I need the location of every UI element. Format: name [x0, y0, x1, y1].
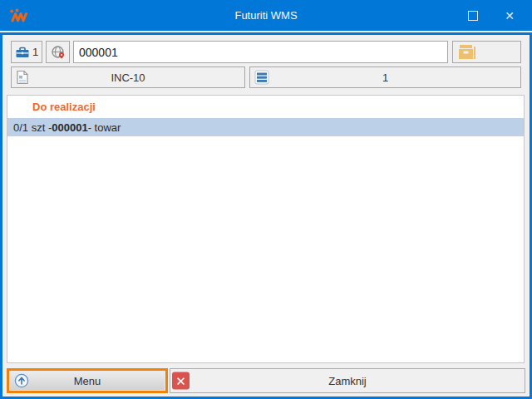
archive-button[interactable]	[452, 41, 521, 63]
zamknij-button-label: Zamknij	[328, 375, 367, 387]
close-window-button[interactable]: ✕	[492, 0, 527, 31]
scan-input[interactable]	[73, 41, 448, 63]
item-quantity: 0/1 szt -	[13, 121, 52, 134]
item-code: 000001	[52, 121, 87, 134]
futuriti-logo-icon	[8, 7, 30, 24]
workspace-count: 1	[32, 46, 38, 58]
task-list-panel: Do realizacji 0/1 szt - 000001 - towar	[7, 95, 525, 363]
list-icon	[254, 70, 269, 85]
list-item[interactable]: 0/1 szt - 000001 - towar	[7, 118, 524, 136]
up-arrow-circle-icon	[14, 373, 29, 388]
maximize-button[interactable]	[456, 0, 490, 31]
info-row: INC-10 1	[11, 66, 521, 88]
count-value: 1	[382, 71, 388, 84]
briefcase-icon	[15, 46, 30, 59]
app-window: Futuriti WMS ✕	[0, 0, 532, 399]
document-value: INC-10	[111, 71, 145, 84]
location-button[interactable]	[46, 41, 70, 63]
count-field[interactable]: 1	[249, 66, 521, 88]
list-header: Do realizacji	[7, 96, 524, 118]
red-x-icon: ✕	[172, 372, 190, 390]
archive-box-icon	[457, 43, 477, 62]
titlebar: Futuriti WMS ✕	[0, 0, 532, 31]
document-icon	[16, 70, 29, 85]
menu-button-label: Menu	[74, 375, 101, 387]
window-title: Futuriti WMS	[0, 9, 532, 22]
close-icon: ✕	[505, 9, 515, 22]
document-field[interactable]: INC-10	[11, 66, 245, 88]
workspace-button[interactable]: 1	[11, 41, 42, 63]
menu-button-focus-frame: Menu	[7, 368, 168, 393]
toolbar-row: 1	[11, 41, 521, 63]
maximize-icon	[468, 11, 478, 21]
menu-button[interactable]: Menu	[9, 371, 165, 391]
globe-pin-icon	[51, 45, 66, 60]
zamknij-button[interactable]: ✕ Zamknij	[170, 368, 525, 393]
footer-bar: Menu ✕ Zamknij	[7, 368, 525, 393]
item-name: - towar	[88, 121, 121, 134]
content-area: 1	[0, 32, 532, 399]
